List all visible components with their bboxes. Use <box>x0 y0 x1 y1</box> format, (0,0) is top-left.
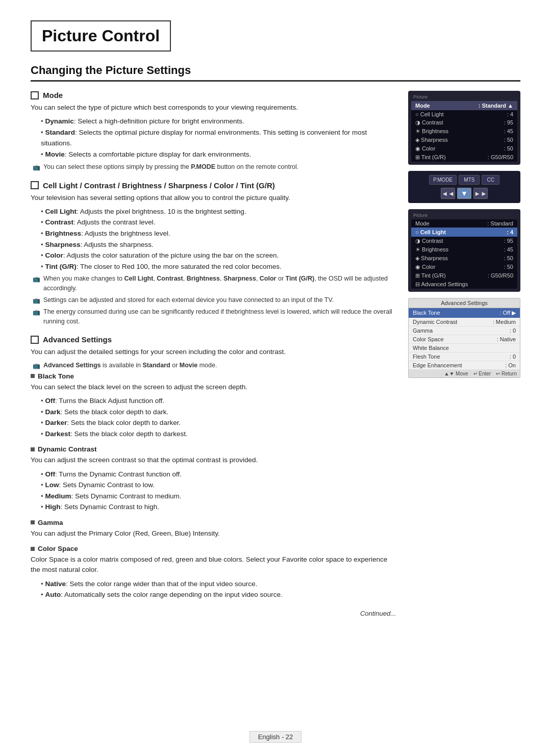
adv-row-5-value: : 0 <box>510 354 516 360</box>
remote-top-buttons: P.MODE MTS CC <box>429 175 499 185</box>
footer-text: English - 22 <box>249 731 302 743</box>
adv-footer-move: ▲▼ Move <box>444 371 468 376</box>
tv-p2-row-celllight: ○ Cell Light : 4 <box>411 228 517 237</box>
adv-checkbox-icon <box>31 336 39 344</box>
tv-p2-contrast-label: ◑ Contrast <box>415 238 443 244</box>
tv-p2-row-color: ◉ Color : 50 <box>411 263 517 271</box>
cl-bullet-0: Cell Light: Adjusts the pixel brightness… <box>41 206 396 217</box>
advanced-settings-section: Advanced Settings You can adjust the det… <box>31 335 396 600</box>
tv-panel-1: Picture Mode : Standard ▲ ○ Cell Light :… <box>408 91 520 165</box>
tv-panel-2-top-label: Picture <box>411 212 517 218</box>
mode-section: Mode You can select the type of picture … <box>31 91 396 172</box>
black-tone-title: Black Tone <box>38 372 74 380</box>
remote-rewind-btn[interactable]: ◄◄ <box>441 188 455 199</box>
black-tone-subsection: Black Tone You can select the black leve… <box>31 372 396 440</box>
adv-row-4: White Balance <box>409 344 520 352</box>
tv-p1-row-0-value: : 4 <box>507 111 513 117</box>
tv-p2-brightness-value: : 45 <box>504 246 513 253</box>
black-tone-square-icon <box>31 374 35 378</box>
page-wrapper: Picture Control Changing the Picture Set… <box>0 0 551 756</box>
black-tone-body: You can select the black level on the sc… <box>31 382 396 392</box>
cl-note-0: 📺 When you make changes to Cell Light, C… <box>33 274 396 293</box>
tv-p1-row-4-label: ◉ Color <box>415 145 435 152</box>
cl-bullet-4: Color: Adjusts the color saturation of t… <box>41 250 396 261</box>
page-title: Picture Control <box>31 20 171 52</box>
mode-header: Mode <box>31 91 396 99</box>
cl-bullet-3: Sharpness: Adjusts the sharpness. <box>41 239 396 250</box>
tv-p2-contrast-value: : 95 <box>504 238 513 244</box>
adv-row-5: Flesh Tone : 0 <box>409 352 520 361</box>
cs-bullet-0: Native: Sets the color range wider than … <box>41 578 396 590</box>
dynamic-contrast-header: Dynamic Contrast <box>31 445 396 453</box>
cs-bullet-1: Auto: Automatically sets the color range… <box>41 589 396 600</box>
adv-row-1-label: Dynamic Contrast <box>413 319 457 325</box>
tv-p1-row-1-label: ◑ Contrast <box>415 119 443 126</box>
note-icon-1: 📺 <box>33 274 40 284</box>
tv-p1-row-1-value: : 95 <box>504 119 513 126</box>
adv-row-2-value: : 0 <box>510 327 516 334</box>
adv-row-0-label: Black Tone <box>413 310 440 316</box>
note-icon-0: 📺 <box>33 163 40 172</box>
adv-footer-return: ↩ Return <box>496 371 517 376</box>
adv-row-6: Edge Enhancement : On <box>409 361 520 370</box>
cl-bullet-2: Brightness: Adjusts the brightness level… <box>41 228 396 239</box>
mode-bullet-1: Standard: Selects the optimal picture di… <box>41 127 396 149</box>
section-title: Changing the Picture Settings <box>31 64 520 82</box>
remote-mts-btn[interactable]: MTS <box>459 175 480 185</box>
adv-row-3-label: Color Space <box>413 336 444 342</box>
bt-bullet-2: Darker: Sets the black color depth to da… <box>41 417 396 429</box>
remote-nav-buttons: ◄◄ ▼ ►► <box>441 188 488 199</box>
adv-row-2: Gamma : 0 <box>409 326 520 335</box>
color-space-subsection: Color Space Color Space is a color matri… <box>31 545 396 600</box>
remote-forward-btn[interactable]: ►► <box>473 188 488 199</box>
adv-row-0: Black Tone : Off ▶ <box>409 308 520 318</box>
mode-note-text: You can select these options simply by p… <box>43 162 298 172</box>
tv-p2-sharpness-value: : 50 <box>504 255 513 262</box>
adv-footer: ▲▼ Move ↵ Enter ↩ Return <box>409 370 520 377</box>
bt-bullet-0: Off: Turns the Black Adjust function off… <box>41 395 396 407</box>
cell-light-section: Cell Light / Contrast / Brightness / Sha… <box>31 181 396 326</box>
mode-checkbox-icon <box>31 91 39 99</box>
bt-bullet-3: Darkest: Sets the black color depth to d… <box>41 429 396 440</box>
adv-row-3-value: : Native <box>497 336 516 342</box>
cl-note-2: 📺 The energy consumed during use can be … <box>33 307 396 326</box>
adv-row-3: Color Space : Native <box>409 335 520 344</box>
adv-row-0-value: : Off ▶ <box>499 310 516 316</box>
adv-row-4-label: White Balance <box>413 345 449 351</box>
remote-panel: P.MODE MTS CC ◄◄ ▼ ►► <box>408 171 520 203</box>
tv-p2-row-advsettings: ⊟ Advanced Settings <box>411 280 517 289</box>
note-icon-2: 📺 <box>33 296 40 305</box>
remote-pmode-btn[interactable]: P.MODE <box>429 175 457 185</box>
mode-body: You can select the type of picture which… <box>31 103 396 113</box>
adv-row-2-label: Gamma <box>413 327 433 334</box>
continued-text: Continued... <box>31 610 396 617</box>
tv-p1-header-value: : Standard ▲ <box>479 103 513 109</box>
cl-note-2-text: The energy consumed during use can be si… <box>43 307 396 326</box>
remote-cc-btn[interactable]: CC <box>482 175 499 185</box>
note-icon-4: 📺 <box>33 361 40 370</box>
color-space-body: Color Space is a color matrix composed o… <box>31 555 396 575</box>
adv-note-text: Advanced Settings is available in Standa… <box>43 361 217 370</box>
adv-title: Advanced Settings <box>43 335 112 344</box>
tv-p1-row-5: ⊞ Tint (G/R) : G50/R50 <box>411 153 517 162</box>
adv-panel-title: Advanced Settings <box>409 298 520 308</box>
tv-p1-row-0-label: ○ Cell Light <box>415 111 444 117</box>
color-space-square-icon <box>31 547 35 551</box>
main-content: Mode You can select the type of picture … <box>31 91 520 617</box>
right-column: Picture Mode : Standard ▲ ○ Cell Light :… <box>408 91 520 378</box>
dynamic-contrast-subsection: Dynamic Contrast You can adjust the scre… <box>31 445 396 513</box>
dc-bullet-0: Off: Turns the Dynamic Contrast function… <box>41 469 396 480</box>
tv-panel-1-top-label: Picture <box>411 94 517 100</box>
tv-p2-mode-value: : Standard <box>487 220 513 226</box>
page-footer: English - 22 <box>0 733 551 741</box>
black-tone-header: Black Tone <box>31 372 396 380</box>
cl-bullet-5: Tint (G/R): The closer to Red 100, the m… <box>41 261 396 272</box>
gamma-title: Gamma <box>38 519 63 526</box>
tv-p2-row-brightness: ☀ Brightness : 45 <box>411 245 517 254</box>
dc-bullet-3: High: Sets Dynamic Contrast to high. <box>41 501 396 513</box>
mode-title: Mode <box>43 91 63 99</box>
tv-p2-sharpness-label: ◈ Sharpness <box>415 255 448 262</box>
remote-down-btn[interactable]: ▼ <box>457 188 471 199</box>
left-column: Mode You can select the type of picture … <box>31 91 396 617</box>
color-space-bullets: Native: Sets the color range wider than … <box>31 578 396 600</box>
